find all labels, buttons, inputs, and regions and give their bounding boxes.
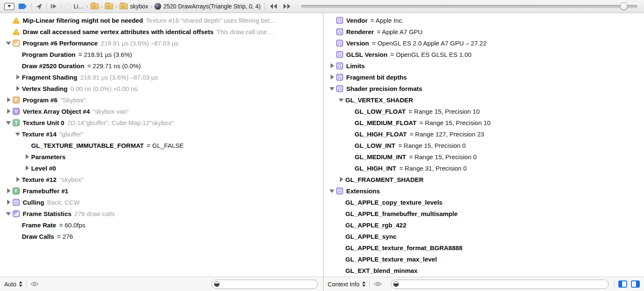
tree-row[interactable]: Fragment Shading218.91 µs (3.6%) –87.03 … <box>0 72 323 83</box>
tree-row[interactable]: Program Duration= 218.91 µs (3.6%) <box>0 49 323 60</box>
row-detail: "skybox vao" <box>93 108 129 115</box>
tree-row[interactable]: Fragment bit depths <box>323 72 644 83</box>
tree-row[interactable]: GL_EXT_blend_minmax <box>323 265 644 276</box>
tree-row[interactable]: Extensions <box>323 185 644 197</box>
tree-row[interactable]: Draw Calls= 276 <box>0 231 323 242</box>
tree-row[interactable]: CullingBack, CCW <box>0 197 323 208</box>
right-filter-field[interactable] <box>391 280 609 289</box>
tree-row[interactable]: Level #0 <box>0 163 323 174</box>
tree-row[interactable]: VVertex Array Object #4"skybox vao" <box>0 106 323 117</box>
tree-row[interactable]: GL_TEXTURE_IMMUTABLE_FORMAT= GL_FALSE <box>0 140 323 151</box>
breadcrumb-item[interactable] <box>90 3 99 9</box>
slider-knob[interactable] <box>620 3 628 10</box>
disclosure-triangle[interactable] <box>24 163 31 174</box>
tree-row[interactable]: GL_APPLE_texture_max_level <box>323 254 644 265</box>
breadcrumb-item[interactable]: Li… <box>65 3 84 10</box>
disclosure-triangle[interactable] <box>14 83 22 94</box>
navigate-arrow-icon[interactable] <box>35 3 42 10</box>
tree-row[interactable]: GL_APPLE_copy_texture_levels <box>323 197 644 208</box>
show-right-pane-button[interactable] <box>631 280 640 288</box>
display-mode-dropdown-icon[interactable] <box>4 3 14 10</box>
show-left-pane-button[interactable] <box>618 280 627 288</box>
flag-icon[interactable] <box>18 3 27 10</box>
disclosure-triangle[interactable] <box>338 94 345 106</box>
tree-row[interactable]: GL_MEDIUM_INT= Range 15, Precision 0 <box>323 151 644 163</box>
step-forward-icon[interactable] <box>50 3 57 9</box>
tree-row[interactable]: GL_APPLE_sync <box>323 231 644 242</box>
disclosure-triangle[interactable] <box>5 37 13 49</box>
tree-row[interactable]: GL_VERTEX_SHADER <box>323 94 644 106</box>
disclosure-triangle[interactable] <box>5 117 13 128</box>
breadcrumb-item[interactable] <box>105 3 113 9</box>
row-label: Shader precision formats <box>346 85 422 92</box>
tree-row[interactable]: GL_APPLE_framebuffer_multisample <box>323 208 644 219</box>
disclosure-spacer <box>329 37 336 49</box>
frame-scrubber-slider[interactable] <box>301 3 637 10</box>
breadcrumb-item[interactable]: skybox <box>119 3 148 10</box>
tree-row[interactable]: Texture #14"gbuffer" <box>0 128 323 140</box>
disclosure-triangle[interactable] <box>329 185 336 197</box>
disclosure-triangle[interactable] <box>5 197 13 208</box>
tree-row[interactable]: Shader precision formats <box>323 83 644 94</box>
disclosure-triangle[interactable] <box>24 151 31 163</box>
disclosure-triangle[interactable] <box>5 185 13 197</box>
disclosure-triangle[interactable] <box>329 72 336 83</box>
tree-row[interactable]: GL_FRAGMENT_SHADER <box>323 174 644 185</box>
back-button[interactable] <box>269 3 278 9</box>
tree-row[interactable]: GL_LOW_FLOAT= Range 15, Precision 10 <box>323 106 644 117</box>
disclosure-triangle[interactable] <box>5 106 13 117</box>
tree-row[interactable]: Draw call accessed same vertex attribute… <box>0 26 323 37</box>
row-value: = Apple Inc. <box>371 17 404 24</box>
disclosure-triangle[interactable] <box>338 174 345 185</box>
tree-row[interactable]: TTexture Unit 02D:14"gbuffer", Cube Map:… <box>0 117 323 128</box>
tree-row[interactable]: Vertex Shading0.00 ns (0.0%) +0.00 ns <box>0 83 323 94</box>
right-filter-input[interactable] <box>401 281 605 287</box>
tree-row[interactable]: Mip-Linear filtering might not be needed… <box>0 15 323 26</box>
tree-row[interactable]: Frame Rate= 60.0fps <box>0 219 323 231</box>
tree-row[interactable]: GL_APPLE_texture_format_BGRA8888 <box>323 242 644 254</box>
tree-row[interactable]: Limits <box>323 60 644 72</box>
row-label: GL_VERTEX_SHADER <box>345 96 413 104</box>
context-info-popup[interactable]: Context Info <box>328 281 366 288</box>
tree-row[interactable]: Draw #2520 Duration= 229.71 ns (0.0%) <box>0 60 323 72</box>
tree-row[interactable]: Renderer= Apple A7 GPU <box>323 26 644 37</box>
slider-track[interactable] <box>301 5 637 8</box>
disclosure-triangle[interactable] <box>329 83 336 94</box>
view-mode-popup[interactable]: Auto <box>4 281 22 288</box>
disclosure-triangle[interactable] <box>14 72 22 83</box>
disclosure-spacer <box>329 26 336 37</box>
tree-row[interactable]: PProgram #6"Skybox" <box>0 94 323 106</box>
disclosure-triangle[interactable] <box>5 208 13 219</box>
row-label: Vendor <box>346 17 368 24</box>
tree-row[interactable]: Parameters <box>0 151 323 163</box>
disclosure-triangle[interactable] <box>14 128 22 140</box>
row-label: Vertex Array Object #4 <box>23 108 90 115</box>
left-filter-field[interactable] <box>212 280 318 289</box>
cube-icon <box>336 85 343 92</box>
tree-row[interactable]: GL_LOW_INT= Range 15, Precision 0 <box>323 140 644 151</box>
breadcrumb-item[interactable]: 2520 DrawArrays(Triangle Strip, 0, 4) <box>154 3 260 10</box>
tree-row[interactable]: Program #6 Performance218.91 µs (3.6%) –… <box>0 37 323 49</box>
tree-row[interactable]: Texture #12"skybox" <box>0 174 323 185</box>
disclosure-spacer <box>14 49 22 60</box>
tree-row[interactable]: GLSL Version= OpenGL ES GLSL ES 1.00 <box>323 49 644 60</box>
tree-row[interactable]: Vendor= Apple Inc. <box>323 15 644 26</box>
debug-navigator-panel: Mip-Linear filtering might not be needed… <box>0 13 323 277</box>
tree-row[interactable]: GL_HIGH_INT= Range 31, Precision 0 <box>323 163 644 174</box>
tree-row[interactable]: GL_APPLE_rgb_422 <box>323 219 644 231</box>
disclosure-spacer <box>347 106 355 117</box>
tree-row[interactable]: Frame Statistics276 draw calls <box>0 208 323 219</box>
cube-icon <box>336 74 343 81</box>
tree-row[interactable]: GL_MEDIUM_FLOAT= Range 15, Precision 10 <box>323 117 644 128</box>
disclosure-triangle[interactable] <box>329 60 336 72</box>
tree-row[interactable]: FFramebuffer #1 <box>0 185 323 197</box>
disclosure-triangle[interactable] <box>14 174 22 185</box>
disclosure-triangle[interactable] <box>5 94 13 106</box>
breadcrumb-label: Li… <box>74 3 84 10</box>
eye-icon[interactable] <box>30 281 39 287</box>
tree-row[interactable]: GL_HIGH_FLOAT= Range 127, Precision 23 <box>323 128 644 140</box>
tree-row[interactable]: Version= OpenGL ES 2.0 Apple A7 GPU – 27… <box>323 37 644 49</box>
left-filter-input[interactable] <box>222 281 314 287</box>
eye-icon[interactable] <box>374 281 382 287</box>
forward-button[interactable] <box>282 3 292 9</box>
